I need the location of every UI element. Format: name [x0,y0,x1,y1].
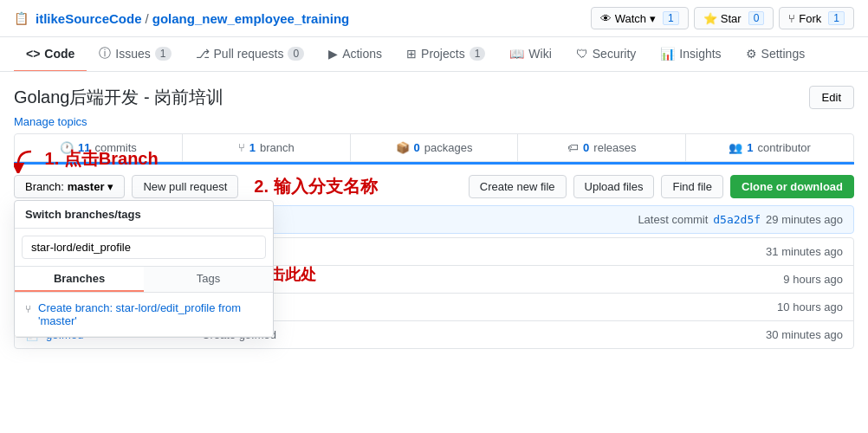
fork-count: 1 [828,11,845,25]
releases-icon: 🏷 [567,141,579,154]
actions-icon: ▶ [328,47,338,61]
find-file-button[interactable]: Find file [661,175,723,198]
branch-name: master [68,180,105,193]
header: 📋 itlikeSourceCode / golang_new_employee… [0,0,868,37]
file-time: 10 hours ago [777,301,843,313]
file-toolbar: Branch: master ▾ Switch branches/tags Br… [14,175,854,198]
dropdown-input-area [15,229,273,267]
annotation-1: 1. 点击Branch [14,147,159,173]
issues-icon: ⓘ [99,46,111,61]
manage-topics-link[interactable]: Manage topics [14,115,87,128]
edit-button[interactable]: Edit [809,86,854,109]
fork-button[interactable]: ⑂ Fork 1 [779,7,854,29]
create-branch-text: Create branch: star-lord/edit_profile fr… [38,301,241,327]
org-link[interactable]: itlikeSourceCode [36,11,142,26]
projects-badge: 1 [470,47,486,61]
tab-issues[interactable]: ⓘ Issues 1 [87,37,183,72]
dropdown-tab-branches[interactable]: Branches [15,267,144,292]
tab-insights[interactable]: 📊 Insights [648,37,733,72]
tab-settings[interactable]: ⚙ Settings [734,37,818,72]
create-new-file-button[interactable]: Create new file [469,175,567,198]
contributors-icon: 👥 [729,141,742,154]
code-icon: <> [26,47,40,61]
commit-time: 29 minutes ago [766,213,843,226]
star-icon: ⭐ [703,12,717,25]
fork-icon: ⑂ [788,12,795,25]
branch-create-icon: ⑂ [25,303,31,315]
branch-dropdown-menu: Switch branches/tags Branches Tags ⑂ Cre… [14,200,274,338]
settings-icon: ⚙ [746,47,757,61]
file-time: 31 minutes ago [766,245,843,258]
latest-commit-label: Latest commit [638,213,708,226]
commit-hash-link[interactable]: d5a2d5f [713,213,761,226]
toolbar-right: Create new file Upload files Find file C… [469,175,854,198]
tab-wiki[interactable]: 📖 Wiki [497,37,563,72]
branch-label: Branch: [25,180,64,193]
watch-button[interactable]: 👁 Watch ▾ 1 [591,7,689,29]
clone-or-download-button[interactable]: Clone or download [730,175,854,198]
contributors-stat[interactable]: 👥 1 contributor [686,134,853,161]
repo-icon: 📋 [14,11,29,25]
tab-code[interactable]: <> Code [14,37,87,72]
contributor-count: 1 [747,141,753,154]
file-commit: Create go.mod [202,328,766,341]
annotation-2: 2. 输入分支名称 [254,175,377,198]
watch-arrow: ▾ [650,12,656,25]
file-commit: Create go.yml [202,245,766,258]
insights-icon: 📊 [660,47,675,61]
wiki-icon: 📖 [509,47,524,61]
tab-security[interactable]: 🛡 Security [564,37,649,72]
dropdown-tab-tags[interactable]: Tags [144,267,273,292]
upload-files-button[interactable]: Upload files [573,175,655,198]
main-content: Golang后端开发 - 岗前培训 Manage topics Edit 🕐 1… [0,72,868,363]
branch-arrow-icon: ▾ [107,180,113,193]
star-button[interactable]: ⭐ Star 0 [694,7,774,29]
branch-dropdown-wrapper: Branch: master ▾ Switch branches/tags Br… [14,175,125,198]
security-icon: 🛡 [576,47,588,61]
file-time: 9 hours ago [783,273,843,286]
dropdown-header: Switch branches/tags [15,201,273,229]
separator: / [146,11,149,26]
new-pull-request-button[interactable]: New pull request [132,175,238,198]
packages-stat[interactable]: 📦 0 packages [351,134,519,161]
star-count: 0 [748,11,765,25]
pr-badge: 0 [288,47,304,61]
nav-tabs: <> Code ⓘ Issues 1 ⎇ Pull requests 0 ▶ A… [0,37,868,72]
tab-pull-requests[interactable]: ⎇ Pull requests 0 [184,37,317,72]
tab-projects[interactable]: ⊞ Projects 1 [394,37,497,72]
file-time: 30 minutes ago [766,328,843,341]
file-commit: add star-lord [202,273,783,286]
branches-icon: ⑂ [238,141,245,154]
pr-icon: ⎇ [196,47,210,61]
branch-count: 1 [249,141,256,154]
projects-icon: ⊞ [406,47,417,61]
watch-count: 1 [663,11,679,25]
issues-badge: 1 [155,47,172,61]
packages-count: 0 [414,141,420,154]
repo-title: Golang后端开发 - 岗前培训 [14,86,223,109]
dropdown-tabs: Branches Tags [15,267,273,293]
tab-actions[interactable]: ▶ Actions [316,37,394,72]
releases-stat[interactable]: 🏷 0 releases [518,134,686,161]
branch-search-input[interactable] [22,236,266,259]
packages-icon: 📦 [396,141,410,154]
branch-button[interactable]: Branch: master ▾ [14,175,125,198]
branches-stat[interactable]: ⑂ 1 branch [183,134,351,161]
eye-icon: 👁 [600,12,612,25]
repo-link[interactable]: golang_new_employee_training [152,11,350,26]
releases-count: 0 [583,141,589,154]
create-branch-item[interactable]: ⑂ Create branch: star-lord/edit_profile … [15,293,273,337]
